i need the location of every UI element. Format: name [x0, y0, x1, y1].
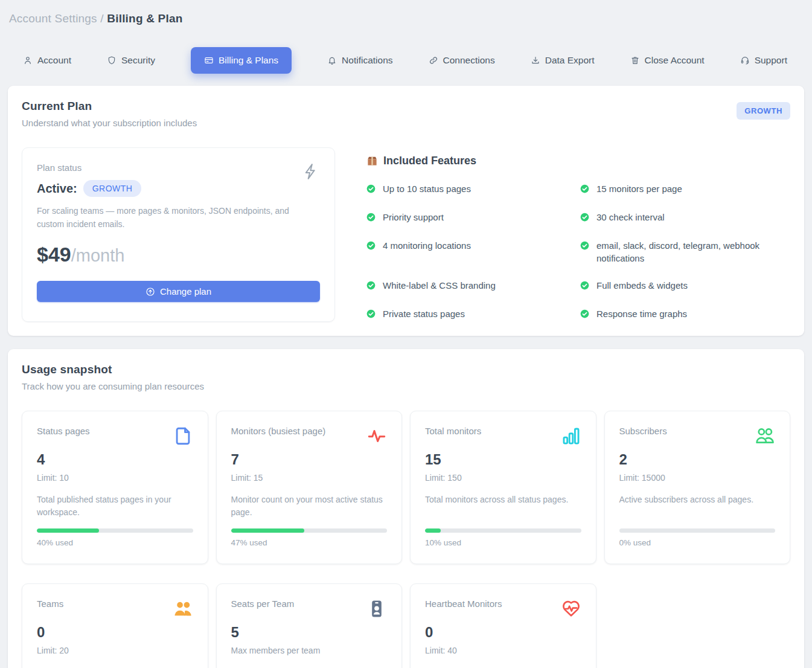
features-title: Included Features — [383, 155, 476, 167]
usage-percent-label: 10% used — [425, 538, 581, 547]
usage-percent-label: 47% used — [231, 538, 388, 547]
usage-card-total-monitors: Total monitors 15 Limit: 150 Total monit… — [410, 411, 596, 564]
tab-label: Connections — [443, 55, 495, 66]
usage-card-description: Total published status pages in your wor… — [37, 493, 193, 519]
usage-card-value: 2 — [619, 451, 776, 468]
check-circle-icon — [580, 240, 589, 254]
plan-price: $49/month — [37, 243, 320, 266]
tab-connections[interactable]: Connections — [429, 55, 495, 66]
usage-card-description: Total monitors across all status pages. — [425, 493, 581, 519]
feature-item: 30 check interval — [580, 211, 789, 225]
arrow-up-circle-icon — [145, 287, 155, 297]
feature-label: 15 monitors per page — [596, 182, 682, 196]
feature-item: Private status pages — [366, 307, 575, 322]
feature-item: Priority support — [366, 211, 575, 225]
feature-label: Private status pages — [383, 307, 465, 321]
usage-card-description: Active subscribers across all pages. — [619, 493, 776, 519]
shield-icon — [107, 56, 117, 65]
current-plan-panel: Current Plan Understand what your subscr… — [8, 86, 804, 336]
usage-card-monitors-busiest-page: Monitors (busiest page) 7 Limit: 15 Moni… — [216, 411, 403, 564]
bell-icon — [327, 56, 337, 65]
change-plan-button[interactable]: Change plan — [37, 281, 320, 302]
usage-percent-label: 40% used — [37, 538, 193, 547]
check-circle-icon — [580, 184, 589, 197]
usage-card-subscribers: Subscribers 2 Limit: 15000 Active subscr… — [604, 411, 791, 564]
plan-name-pill: GROWTH — [83, 180, 142, 197]
trash-icon — [630, 56, 640, 65]
usage-card-label: Teams — [37, 599, 63, 609]
usage-progress: 40% used — [37, 528, 193, 547]
usage-card-value: 0 — [425, 624, 581, 641]
feature-item: email, slack, discord, telegram, webhook… — [580, 239, 789, 266]
change-plan-label: Change plan — [160, 286, 211, 297]
usage-card-value: 15 — [425, 451, 581, 468]
plan-status-label: Plan status — [37, 162, 320, 173]
tab-label: Notifications — [342, 55, 392, 66]
usage-card-value: 4 — [37, 451, 193, 468]
usage-percent-label: 0% used — [619, 538, 776, 547]
current-plan-header: Current Plan Understand what your subscr… — [22, 100, 790, 128]
usage-card-limit: Limit: 15 — [231, 473, 388, 483]
usage-card-description: Teams you have created. — [37, 666, 193, 668]
tab-label: Account — [37, 55, 71, 66]
usage-progress: 47% used — [231, 528, 388, 547]
included-features: Included Features Up to 10 status pages … — [335, 147, 790, 322]
feature-label: email, slack, discord, telegram, webhook… — [596, 239, 789, 266]
pulse-icon — [366, 426, 387, 449]
feature-item: Full embeds & widgets — [580, 279, 789, 294]
billing-page: Account Settings / Billing & Plan Accoun… — [0, 0, 812, 668]
tab-account[interactable]: Account — [23, 55, 71, 66]
usage-progress-fill — [425, 528, 441, 533]
usage-card-limit: Limit: 10 — [37, 473, 193, 483]
usage-card-heartbeat-monitors: Heartbeat Monitors 0 Limit: 40 Cron job … — [410, 583, 596, 668]
usage-card-label: Heartbeat Monitors — [425, 599, 502, 609]
plan-status-value: Active: — [37, 182, 77, 196]
check-circle-icon — [366, 212, 376, 225]
check-circle-icon — [366, 309, 376, 322]
tab-data-export[interactable]: Data Export — [531, 55, 595, 66]
plan-price-amount: $49 — [37, 243, 71, 266]
usage-progress: 0% used — [619, 528, 776, 547]
package-icon — [366, 155, 378, 167]
user-icon — [23, 56, 33, 65]
usage-grid-row2: Teams 0 Limit: 20 Teams you have created… — [22, 583, 790, 668]
tab-billing-plans[interactable]: Billing & Plans — [191, 47, 292, 74]
feature-item: 4 monitoring locations — [366, 239, 575, 266]
usage-progress-fill — [37, 528, 99, 533]
usage-card-limit: Limit: 20 — [37, 646, 193, 655]
current-plan-title: Current Plan — [22, 100, 197, 113]
link-icon — [429, 56, 438, 65]
feature-item: 15 monitors per page — [580, 182, 789, 197]
tab-close-account[interactable]: Close Account — [630, 55, 705, 66]
usage-card-label: Total monitors — [425, 426, 481, 436]
usage-card-seats-per-team: Seats per Team 5 Max members per team Te… — [216, 583, 403, 668]
breadcrumb-current: Billing & Plan — [107, 12, 182, 25]
usage-card-description: Monitor count on your most active status… — [231, 493, 388, 519]
feature-item: White-label & CSS branding — [366, 279, 575, 294]
usage-subtitle: Track how you are consuming plan resourc… — [22, 381, 790, 391]
usage-card-description: Team owner doesn't count toward the seat… — [231, 666, 388, 668]
plan-status-card: Plan status Active: GROWTH For scaling t… — [22, 147, 335, 322]
breadcrumb-section[interactable]: Account Settings — [9, 12, 97, 25]
contact-badge-icon — [366, 599, 387, 621]
credit-card-icon — [204, 56, 214, 65]
feature-label: 30 check interval — [596, 211, 665, 224]
usage-card-description: Cron job & scheduled task monitors. — [425, 666, 581, 668]
plan-description: For scaling teams — more pages & monitor… — [37, 205, 290, 231]
usage-title: Usage snapshot — [22, 363, 790, 376]
usage-card-limit: Limit: 15000 — [619, 473, 776, 483]
users-filled-icon — [173, 599, 193, 621]
usage-card-value: 7 — [231, 451, 388, 468]
tab-label: Security — [121, 55, 155, 66]
check-circle-icon — [366, 280, 376, 294]
check-circle-icon — [366, 184, 376, 197]
tab-label: Support — [755, 55, 787, 66]
breadcrumb: Account Settings / Billing & Plan — [8, 8, 804, 25]
usage-card-label: Subscribers — [619, 426, 667, 436]
feature-label: Full embeds & widgets — [596, 279, 688, 292]
tab-notifications[interactable]: Notifications — [327, 55, 392, 66]
usage-card-label: Seats per Team — [231, 599, 295, 609]
tab-support[interactable]: Support — [740, 55, 787, 66]
feature-label: Response time graphs — [596, 307, 687, 321]
tab-security[interactable]: Security — [107, 55, 155, 66]
